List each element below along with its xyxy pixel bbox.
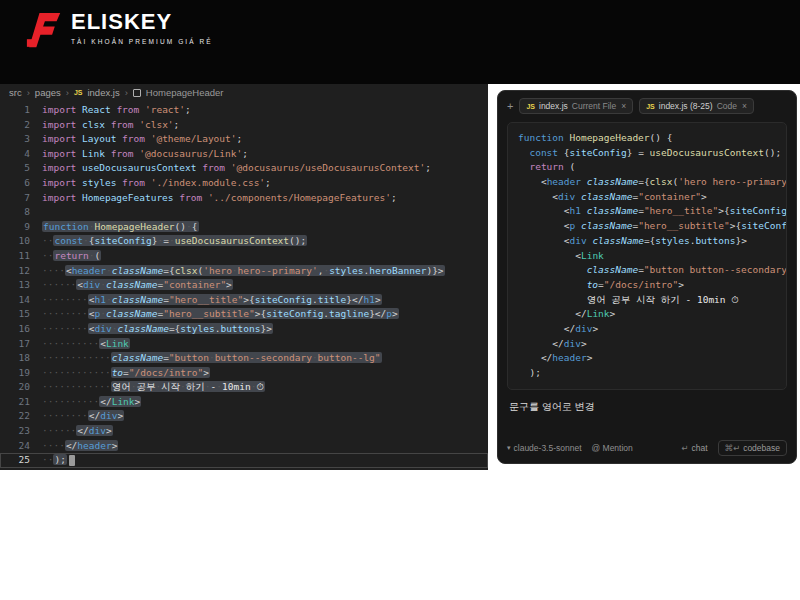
breadcrumb-item-pages[interactable]: pages	[35, 87, 61, 98]
code-line[interactable]: 7import HomepageFeatures from '../compon…	[0, 191, 488, 206]
code-line[interactable]: 18············className="button·button--…	[0, 351, 488, 366]
chat-panel: + JS index.js Current File × JS index.js…	[497, 90, 797, 464]
code-line[interactable]: );	[518, 366, 776, 381]
line-number: 12	[0, 264, 42, 279]
code-line[interactable]: <div className={styles.buttons}>	[518, 234, 776, 249]
site-header: ELISKEY TÀI KHOẢN PREMIUM GIÁ RẺ	[0, 0, 800, 84]
code-line[interactable]: 6import styles from './index.module.css'…	[0, 176, 488, 191]
javascript-file-icon: JS	[74, 89, 83, 96]
chat-controls: ▾ claude-3.5-sonnet @ Mention ↵ chat ⌘↵ …	[498, 433, 796, 463]
code-line[interactable]: 8	[0, 205, 488, 220]
line-number: 7	[0, 191, 42, 206]
close-icon[interactable]: ×	[621, 101, 626, 111]
code-line[interactable]: const {siteConfig} = useDocusaurusContex…	[518, 146, 776, 161]
context-tab-code-selection[interactable]: JS index.js (8-25) Code ×	[639, 98, 754, 114]
add-context-button[interactable]: +	[507, 101, 513, 112]
context-tab-file-label: index.js (8-25)	[659, 101, 713, 111]
code-line[interactable]: 13······<div·className="container">	[0, 278, 488, 293]
code-line[interactable]: </Link>	[518, 307, 776, 322]
code-line[interactable]: 14········<h1·className="hero__title">{s…	[0, 293, 488, 308]
brand-logo[interactable]: ELISKEY TÀI KHOẢN PREMIUM GIÁ RẺ	[0, 0, 800, 58]
line-number: 13	[0, 278, 42, 293]
code-line[interactable]: 17··········<Link	[0, 337, 488, 352]
code-line[interactable]: </div>	[518, 337, 776, 352]
chat-user-message: 문구를 영어로 변경	[498, 390, 796, 414]
context-tab-file-label: index.js	[539, 101, 568, 111]
codebase-submit-label: codebase	[743, 443, 780, 453]
code-line[interactable]: 12····<header·className={clsx('hero·hero…	[0, 264, 488, 279]
line-number: 3	[0, 132, 42, 147]
codebase-submit-button[interactable]: ⌘↵ codebase	[718, 440, 788, 456]
code-line[interactable]: 3import Layout from '@theme/Layout';	[0, 132, 488, 147]
code-line[interactable]: function HomepageHeader() {	[518, 131, 776, 146]
model-selector[interactable]: ▾ claude-3.5-sonnet	[507, 443, 582, 453]
code-line[interactable]: 9function·HomepageHeader()·{	[0, 220, 488, 235]
code-line[interactable]: 23······</div>	[0, 424, 488, 439]
chat-context-tabs: + JS index.js Current File × JS index.js…	[498, 91, 796, 118]
code-line[interactable]: 15········<p·className="hero__subtitle">…	[0, 307, 488, 322]
line-number: 10	[0, 234, 42, 249]
code-line[interactable]: 1import React from 'react';	[0, 103, 488, 118]
javascript-file-icon: JS	[646, 103, 655, 110]
code-line[interactable]: </header>	[518, 351, 776, 366]
text-cursor	[69, 455, 75, 466]
code-line[interactable]: 26}	[0, 468, 488, 470]
breadcrumb-separator: ›	[66, 87, 69, 98]
context-tab-current-file[interactable]: JS index.js Current File ×	[519, 98, 633, 114]
line-number: 11	[0, 249, 42, 264]
line-number: 25	[0, 453, 42, 468]
breadcrumb: src › pages › JS index.js › HomepageHead…	[0, 84, 488, 101]
code-line[interactable]: 20············영어·공부·시작·하기·-·10min·⏱	[0, 380, 488, 395]
code-line[interactable]: <p className="hero__subtitle">{siteConf	[518, 219, 776, 234]
code-line[interactable]: <Link	[518, 249, 776, 264]
chat-submit-label: chat	[691, 443, 707, 453]
breadcrumb-item-src[interactable]: src	[9, 87, 22, 98]
model-name: claude-3.5-sonnet	[514, 443, 582, 453]
code-line[interactable]: return (	[518, 160, 776, 175]
line-number: 21	[0, 395, 42, 410]
line-number: 18	[0, 351, 42, 366]
code-line[interactable]: 19············to="/docs/intro">	[0, 366, 488, 381]
code-line[interactable]: to="/docs/intro">	[518, 278, 776, 293]
chat-submit-button[interactable]: ↵ chat	[681, 443, 707, 453]
editor-code: 1import React from 'react';2import clsx …	[0, 101, 488, 470]
mention-button[interactable]: @ Mention	[592, 443, 633, 453]
context-tab-meta: Current File	[572, 101, 616, 111]
code-line[interactable]: 25··);	[0, 453, 488, 468]
code-line[interactable]: 16········<div·className={styles.buttons…	[0, 322, 488, 337]
breadcrumb-separator: ›	[27, 87, 30, 98]
code-line[interactable]: 21··········</Link>	[0, 395, 488, 410]
code-line[interactable]: <h1 className="hero__title">{siteConfig	[518, 204, 776, 219]
code-line[interactable]: </div>	[518, 322, 776, 337]
code-line[interactable]: <div className="container">	[518, 190, 776, 205]
code-line[interactable]: 24····</header>	[0, 439, 488, 454]
line-number: 20	[0, 380, 42, 395]
code-line[interactable]: 2import clsx from 'clsx';	[0, 118, 488, 133]
line-number: 6	[0, 176, 42, 191]
code-line[interactable]: 영어 공부 시작 하기 - 10min ⏱	[518, 293, 776, 308]
breadcrumb-item-file[interactable]: index.js	[87, 87, 119, 98]
code-line[interactable]: className="button button--secondary	[518, 263, 776, 278]
line-number: 1	[0, 103, 42, 118]
line-number: 15	[0, 307, 42, 322]
line-number: 19	[0, 366, 42, 381]
breadcrumb-item-symbol[interactable]: HomepageHeader	[146, 87, 224, 98]
close-icon[interactable]: ×	[742, 101, 747, 111]
cmd-enter-key-icon: ⌘↵	[725, 443, 741, 453]
code-line[interactable]: <header className={clsx('hero hero--prim…	[518, 175, 776, 190]
eliskey-logo-icon	[26, 10, 62, 58]
line-number: 5	[0, 161, 42, 176]
code-line[interactable]: 4import Link from '@docusaurus/Link';	[0, 147, 488, 162]
code-line[interactable]: 5import useDocusaurusContext from '@docu…	[0, 161, 488, 176]
line-number: 23	[0, 424, 42, 439]
code-line[interactable]: 11··return·(	[0, 249, 488, 264]
code-line[interactable]: 10··const·{siteConfig}·=·useDocusaurusCo…	[0, 234, 488, 249]
line-number: 17	[0, 337, 42, 352]
code-line[interactable]: 22········</div>	[0, 409, 488, 424]
line-number: 22	[0, 409, 42, 424]
context-tab-meta: Code	[717, 101, 737, 111]
line-number: 24	[0, 439, 42, 454]
line-number: 16	[0, 322, 42, 337]
line-number: 2	[0, 118, 42, 133]
chat-code: function HomepageHeader() { const {siteC…	[507, 122, 787, 390]
